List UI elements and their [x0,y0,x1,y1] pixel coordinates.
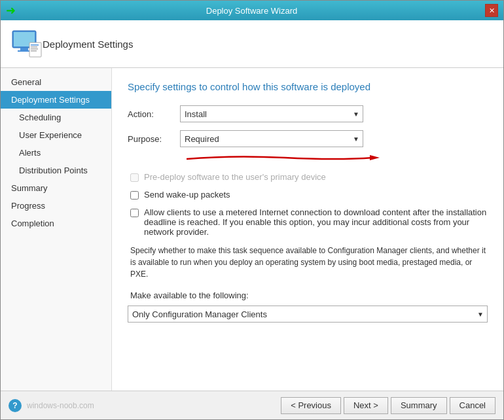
title-bar: ➜ Deploy Software Wizard ✕ [1,1,503,20]
svg-rect-3 [18,50,31,52]
header-area: Deployment Settings [1,20,503,68]
predeploy-checkbox-row: Pre-deploy software to the user's primar… [128,172,488,182]
purpose-row: Purpose: Required Available [128,130,488,147]
main-content: General Deployment Settings Scheduling U… [1,68,503,391]
help-button[interactable]: ? [9,399,22,412]
sidebar-item-scheduling[interactable]: Scheduling [1,109,111,126]
wakeup-label: Send wake-up packets [144,190,230,200]
deployment-settings-icon [11,28,43,60]
back-arrow-icon: ➜ [6,3,16,18]
sidebar-item-user-experience[interactable]: User Experience [1,126,111,144]
metered-checkbox[interactable] [130,209,139,217]
content-area: Specify settings to control how this sof… [112,68,503,391]
metered-label: Allow clients to use a metered Internet … [144,207,488,237]
action-row: Action: Install Uninstall [128,105,488,122]
previous-button[interactable]: < Previous [281,397,341,414]
purpose-select[interactable]: Required Available [180,130,363,147]
sidebar-item-general[interactable]: General [1,73,111,91]
title-bar-controls: ✕ [485,4,498,17]
sidebar-item-completion[interactable]: Completion [1,215,111,232]
cancel-button[interactable]: Cancel [450,397,495,414]
main-window: ➜ Deploy Software Wizard ✕ Deployment Se… [0,0,504,420]
annotation-line [180,151,488,164]
header-title: Deployment Settings [43,39,133,50]
wakeup-checkbox[interactable] [130,191,139,200]
wakeup-checkbox-row: Send wake-up packets [128,190,488,200]
svg-rect-8 [31,50,37,52]
action-select[interactable]: Install Uninstall [180,105,363,122]
footer: ? windows-noob.com < Previous Next > Sum… [1,391,503,419]
make-available-label: Make available to the following: [128,290,488,300]
next-button[interactable]: Next > [344,397,388,414]
svg-marker-9 [370,155,380,160]
sidebar: General Deployment Settings Scheduling U… [1,68,112,391]
sidebar-item-deployment-settings[interactable]: Deployment Settings [1,91,111,109]
description-text: Specify whether to make this task sequen… [128,245,488,280]
svg-rect-5 [31,44,39,46]
red-arrow-annotation [180,151,389,166]
close-button[interactable]: ✕ [485,4,498,17]
make-available-select-wrapper: Only Configuration Manager Clients Confi… [128,306,488,323]
footer-buttons: < Previous Next > Summary Cancel [281,397,495,414]
sidebar-item-alerts[interactable]: Alerts [1,144,111,162]
predeploy-checkbox [130,173,139,182]
svg-rect-6 [31,46,37,48]
svg-rect-7 [31,48,38,50]
sidebar-item-summary[interactable]: Summary [1,179,111,197]
svg-rect-2 [20,48,28,50]
summary-button[interactable]: Summary [391,397,447,414]
purpose-select-wrapper: Required Available [180,130,363,147]
action-select-wrapper: Install Uninstall [180,105,363,122]
purpose-label: Purpose: [128,134,180,144]
footer-left: ? windows-noob.com [9,399,94,412]
make-available-select[interactable]: Only Configuration Manager Clients Confi… [128,306,488,323]
window-title: Deploy Software Wizard [18,6,485,16]
sidebar-item-distribution-points[interactable]: Distribution Points [1,162,111,179]
action-label: Action: [128,109,180,119]
predeploy-label: Pre-deploy software to the user's primar… [144,172,326,182]
metered-checkbox-row: Allow clients to use a metered Internet … [128,207,488,237]
sidebar-item-progress[interactable]: Progress [1,197,111,215]
content-title: Specify settings to control how this sof… [128,81,488,92]
watermark-text: windows-noob.com [27,401,94,410]
